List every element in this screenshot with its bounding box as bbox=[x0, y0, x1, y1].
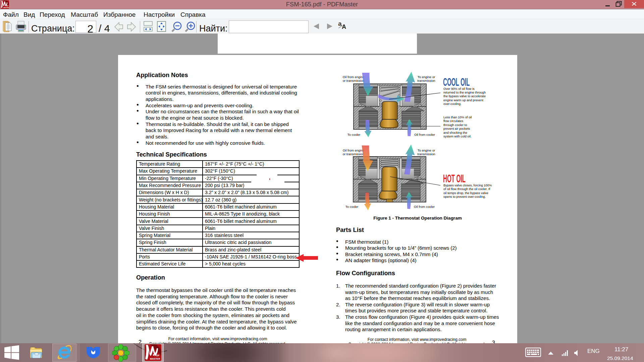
svg-text:PDF: PDF bbox=[155, 354, 160, 357]
svg-text:MASTER: MASTER bbox=[150, 357, 160, 360]
